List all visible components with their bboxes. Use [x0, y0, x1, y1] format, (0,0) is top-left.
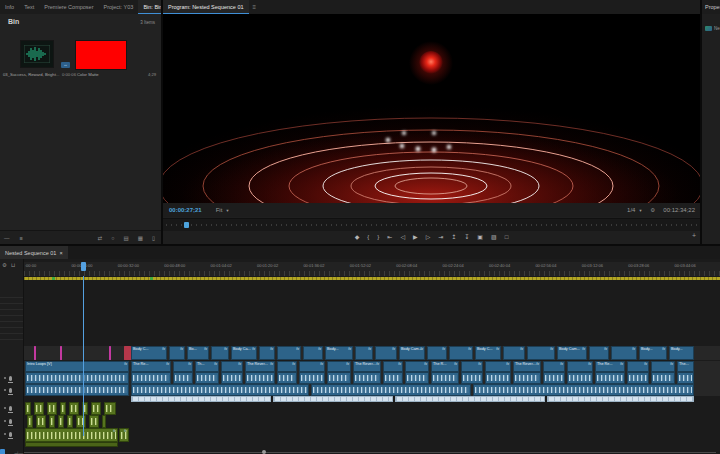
add-button[interactable]: +	[692, 232, 696, 239]
track-a1-clip[interactable]	[245, 372, 275, 384]
current-timecode[interactable]: 00:00:27;21	[169, 207, 202, 213]
track-v1-clip[interactable]: The R...fx	[431, 361, 459, 372]
comparison-view-icon[interactable]: ▨	[491, 231, 497, 244]
multicam-icon[interactable]: □	[505, 231, 509, 244]
track-v1-clip[interactable]: The...	[677, 361, 694, 372]
scrollbar-left-handle[interactable]	[0, 449, 5, 454]
audio-clip-name[interactable]: 03_Success, Reward, Bright...	[3, 72, 59, 77]
play-icon[interactable]: ▶	[413, 231, 418, 244]
track-a1-clip[interactable]	[277, 372, 297, 384]
tab-premiere-composer[interactable]: Premiere Composer	[39, 0, 98, 14]
track-v1-clip[interactable]: The Re...fx	[131, 361, 171, 372]
track-a1-clip[interactable]	[173, 372, 193, 384]
program-scrub-bar[interactable]	[163, 218, 700, 231]
track-v1-clip[interactable]: The Rever...fx	[513, 361, 541, 372]
track-v2-clip[interactable]: Bo...fx	[187, 346, 209, 360]
track-v2-clip[interactable]: fx	[169, 346, 185, 360]
track-v2-clip[interactable]	[60, 346, 62, 360]
track-a4-clip[interactable]	[36, 415, 46, 428]
track-v1-clip[interactable]: fx	[299, 361, 325, 372]
track-a1-clip[interactable]	[299, 372, 325, 384]
automate-to-sequence-icon[interactable]: ⇄	[98, 235, 103, 241]
track-v2-clip[interactable]: fx	[303, 346, 323, 360]
track-a2-clip[interactable]	[473, 384, 694, 396]
track-v2-clip[interactable]: Body Cam...fx	[399, 346, 425, 360]
track-a1-clip[interactable]	[567, 372, 593, 384]
track-v1-clip[interactable]: fx	[327, 361, 351, 372]
track-v1-clip[interactable]: fx	[405, 361, 429, 372]
track-a5-sub-clip[interactable]	[25, 442, 118, 447]
track-a1-clip[interactable]	[405, 372, 429, 384]
track-a5-clip[interactable]: fx	[25, 428, 118, 442]
track-a4-clip[interactable]	[76, 415, 86, 428]
readout-icon[interactable]: —	[4, 235, 10, 241]
tab-bin-bin[interactable]: Bin: Bin×	[138, 0, 161, 14]
track-v2-clip[interactable]: fx	[375, 346, 397, 360]
track-a2-clip[interactable]	[25, 384, 129, 396]
track-a1-clip[interactable]	[485, 372, 511, 384]
step-back-icon[interactable]: ◁	[400, 231, 405, 244]
playback-resolution-select[interactable]: 1/4 ▼	[627, 207, 642, 213]
new-bin-icon[interactable]: ▤	[124, 235, 129, 241]
track-v2-clip[interactable]: fx	[259, 346, 275, 360]
panel-menu-icon[interactable]: ≡	[253, 4, 257, 10]
playhead-handle[interactable]	[81, 262, 86, 271]
track-a1-clip[interactable]	[25, 372, 129, 384]
track-a4-clip[interactable]	[102, 415, 106, 428]
track-v2-clip[interactable]: fx	[449, 346, 473, 360]
track-v1-clip[interactable]: fx	[651, 361, 675, 372]
track-a3-clip[interactable]	[47, 402, 57, 415]
track-v1-clip[interactable]: Th...fx	[195, 361, 219, 372]
track-a1-clip[interactable]	[677, 372, 694, 384]
color-matte-thumbnail[interactable]	[75, 40, 127, 70]
playhead-line[interactable]	[83, 276, 84, 436]
tab-project-y03[interactable]: Project: Y03	[99, 0, 139, 14]
track-a4-clip[interactable]	[27, 415, 33, 428]
track-a1-clip[interactable]	[431, 372, 459, 384]
track-v1-clip[interactable]: fx	[383, 361, 403, 372]
track-v1-clip[interactable]: Intro Loops [V]fx	[25, 361, 129, 372]
delete-icon[interactable]: ▯	[152, 235, 155, 241]
track-a2-clip[interactable]	[311, 384, 471, 396]
track-a3-clip[interactable]	[34, 402, 44, 415]
extract-icon[interactable]: ↧	[464, 231, 469, 244]
track-v2-clip[interactable]: fx	[527, 346, 555, 360]
track-a3-clip[interactable]	[69, 402, 79, 415]
track-v1-clip[interactable]: fx	[543, 361, 565, 372]
zoom-level-select[interactable]: Fit ▼	[216, 207, 230, 213]
track-v2-clip[interactable]: fx	[503, 346, 525, 360]
track-a1-clip[interactable]	[195, 372, 219, 384]
track-a1-clip[interactable]	[327, 372, 351, 384]
step-forward-icon[interactable]: ▷	[426, 231, 431, 244]
track-v2-clip[interactable]: fx	[427, 346, 447, 360]
settings-wrench-icon[interactable]: ⚙	[650, 207, 655, 213]
tab-info[interactable]: Info	[0, 0, 19, 14]
tab-text[interactable]: Text	[19, 0, 39, 14]
track-v2-clip[interactable]	[109, 346, 111, 360]
mark-out-icon[interactable]: }	[377, 231, 379, 244]
lift-icon[interactable]: ↥	[451, 231, 456, 244]
track-a4-clip[interactable]	[67, 415, 73, 428]
track-v2-clip[interactable]: Body C...fx	[475, 346, 501, 360]
track-a1-clip[interactable]	[595, 372, 625, 384]
track-a1-clip[interactable]	[651, 372, 675, 384]
track-v2-clip[interactable]: fx	[611, 346, 637, 360]
track-v1-clip[interactable]: The Re...fx	[595, 361, 625, 372]
track-v2-clip[interactable]: Body...	[669, 346, 694, 360]
track-v2-clip[interactable]: fx	[355, 346, 373, 360]
track-a5-clip[interactable]: fx	[119, 428, 129, 442]
track-v2-clip[interactable]: Body...fx	[639, 346, 667, 360]
list-view-icon[interactable]: ≡	[20, 235, 23, 241]
track-a3-clip[interactable]	[60, 402, 66, 415]
track-v2-clip[interactable]	[124, 346, 131, 360]
track-a3-clip[interactable]	[25, 402, 31, 415]
tab-timeline-sequence[interactable]: Nested Sequence 01 ×	[0, 246, 68, 259]
go-to-in-icon[interactable]: ⇤	[387, 231, 392, 244]
track-v1-clip[interactable]: The Rever...fx	[353, 361, 381, 372]
track-a1-clip[interactable]	[461, 372, 483, 384]
track-a1-clip[interactable]	[627, 372, 649, 384]
track-v1-clip[interactable]: fx	[485, 361, 511, 372]
track-a3-clip[interactable]	[91, 402, 101, 415]
track-v1-clip[interactable]: fx	[277, 361, 297, 372]
mark-in-icon[interactable]: {	[367, 231, 369, 244]
